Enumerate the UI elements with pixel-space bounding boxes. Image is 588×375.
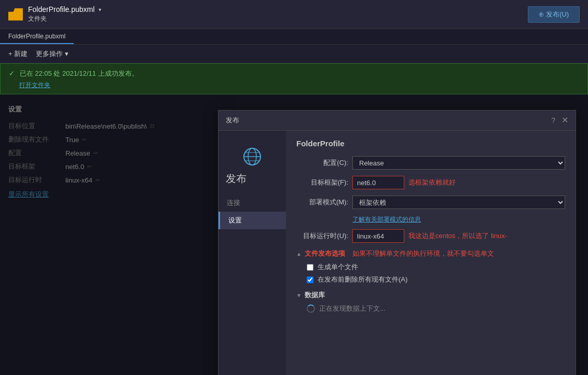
- framework-input[interactable]: [352, 176, 404, 189]
- publish-dialog: 发布 ? ✕ 发布 连接: [218, 110, 576, 375]
- form-row-framework: 目标框架(F): 选框架依赖就好: [296, 176, 565, 189]
- delete-existing-label: 在发布前删除所有现有文件(A): [318, 275, 407, 284]
- success-icon: ✓: [9, 70, 15, 77]
- tab-folder-profile[interactable]: FolderProfile.pubxml: [0, 29, 74, 44]
- dialog-title-actions: ? ✕: [551, 116, 568, 124]
- form-row-runtime: 目标运行时(U): 我这边是centos，所以选了 linux-: [296, 229, 565, 243]
- close-button[interactable]: ✕: [562, 116, 568, 124]
- globe-icon: [243, 147, 262, 166]
- single-file-label: 生成单个文件: [318, 262, 358, 272]
- deploy-select[interactable]: 框架依赖 独立: [352, 196, 565, 209]
- dialog-title-bar: 发布 ? ✕: [218, 110, 576, 131]
- action-bar: + 新建 更多操作 ▾: [0, 45, 588, 63]
- runtime-input-wrapper: 我这边是centos，所以选了 linux-: [352, 229, 565, 243]
- chevron-down-icon: ▼: [296, 293, 302, 298]
- deploy-label: 部署模式(M):: [296, 198, 348, 207]
- file-name: FolderProfile.pubxml: [28, 5, 94, 13]
- form-row-deploy: 部署模式(M): 框架依赖 独立: [296, 196, 565, 209]
- file-publish-title: 文件发布选项: [305, 249, 345, 258]
- runtime-input[interactable]: [352, 229, 404, 243]
- chevron-up-icon: ▲: [296, 251, 302, 257]
- db-section-title: 数据库: [305, 290, 325, 300]
- nav-settings[interactable]: 设置: [218, 212, 286, 229]
- deploy-control-wrapper: 框架依赖 独立: [352, 196, 565, 209]
- top-bar-left: FolderProfile.pubxml ▾ 文件夹: [8, 5, 101, 23]
- file-subtitle: 文件夹: [28, 15, 101, 23]
- framework-input-wrapper: 选框架依赖就好: [352, 176, 565, 189]
- dialog-body: 发布 连接 设置 FolderProfile 配置(C): Release De…: [218, 131, 576, 375]
- dialog-sidebar: 发布 连接 设置: [218, 131, 286, 375]
- loading-spinner: [307, 304, 315, 313]
- dialog-header-title: 发布: [218, 172, 286, 194]
- db-loading-text: 正在发现数据上下文...: [319, 304, 386, 313]
- title-group: FolderProfile.pubxml ▾ 文件夹: [28, 5, 101, 23]
- config-control-wrapper: Release Debug: [352, 156, 565, 170]
- success-bar: ✓ 已在 22:05 处 2021/12/11 上成功发布。 打开文件夹: [0, 63, 588, 94]
- tab-bar: FolderProfile.pubxml: [0, 29, 588, 45]
- dialog-icon-area: [218, 139, 286, 172]
- file-publish-annotation: 如果不理解单文件的执行环境，就不要勾选单文: [352, 249, 494, 258]
- deploy-mode-link[interactable]: 了解有关部署模式的信息: [352, 216, 421, 223]
- dialog-title: 发布: [226, 116, 239, 125]
- dialog-content: FolderProfile 配置(C): Release Debug 目标框架(…: [286, 131, 576, 375]
- db-loading-row: 正在发现数据上下文...: [296, 304, 565, 313]
- new-button[interactable]: + 新建: [8, 49, 28, 59]
- delete-existing-checkbox[interactable]: [307, 276, 313, 283]
- db-section-header[interactable]: ▼ 数据库: [296, 290, 565, 300]
- config-label: 配置(C):: [296, 158, 348, 168]
- framework-annotation: 选框架依赖就好: [408, 178, 456, 187]
- folder-icon: [8, 8, 23, 21]
- form-row-config: 配置(C): Release Debug: [296, 156, 565, 170]
- top-bar: FolderProfile.pubxml ▾ 文件夹 ⊕ 发布(U): [0, 0, 588, 29]
- profile-name: FolderProfile: [296, 139, 565, 148]
- more-actions-button[interactable]: 更多操作 ▾: [36, 49, 69, 59]
- file-dropdown-arrow[interactable]: ▾: [99, 7, 101, 12]
- config-select[interactable]: Release Debug: [352, 156, 565, 170]
- nav-connection[interactable]: 连接: [218, 194, 286, 212]
- single-file-checkbox[interactable]: [307, 264, 313, 271]
- runtime-annotation: 我这边是centos，所以选了 linux-: [408, 231, 507, 241]
- open-folder-link[interactable]: 打开文件夹: [19, 81, 50, 89]
- file-publish-section-header[interactable]: ▲ 文件发布选项 如果不理解单文件的执行环境，就不要勾选单文: [296, 249, 565, 258]
- success-message: 已在 22:05 处 2021/12/11 上成功发布。: [20, 70, 139, 77]
- publish-button[interactable]: ⊕ 发布(U): [528, 6, 580, 23]
- checkbox-delete-existing-row: 在发布前删除所有现有文件(A): [296, 275, 565, 284]
- checkbox-single-file-row: 生成单个文件: [296, 262, 565, 272]
- help-button[interactable]: ?: [551, 116, 555, 124]
- main-content: 设置 目标位置 bin\Release\net6.0\publish\ ⧉ 删除…: [0, 94, 588, 375]
- runtime-label: 目标运行时(U):: [296, 231, 348, 241]
- framework-label: 目标框架(F):: [296, 178, 348, 187]
